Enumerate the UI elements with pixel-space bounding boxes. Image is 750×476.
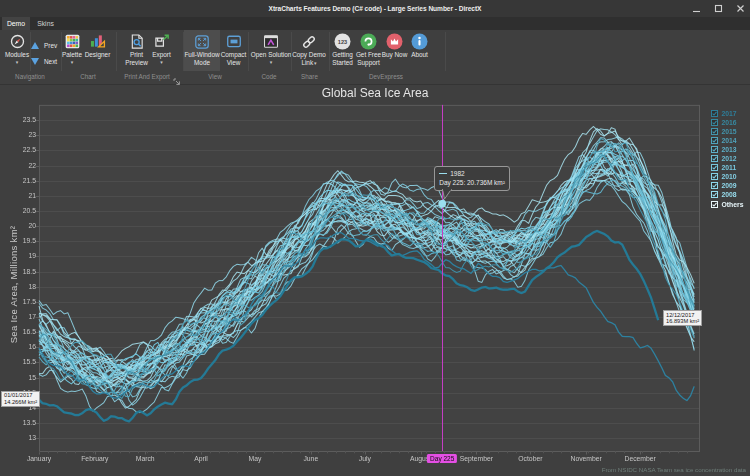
- x-axis-month-label: November: [571, 455, 602, 462]
- tab-demo[interactable]: Demo: [2, 17, 30, 30]
- legend-checkbox[interactable]: [711, 191, 718, 198]
- y-tick-label: 15.5: [5, 358, 36, 365]
- legend-label: 2015: [722, 128, 737, 135]
- palette-icon: [65, 33, 80, 50]
- window-title: XtraCharts Features Demo (C# code) - Lar…: [0, 0, 750, 17]
- maximize-button[interactable]: [706, 0, 730, 16]
- x-axis-month-label: April: [194, 455, 208, 462]
- y-tick-label: 13.5: [5, 419, 36, 426]
- link-icon: [301, 33, 317, 50]
- legend-label: 2014: [722, 137, 737, 144]
- getting-started-button[interactable]: 123Getting Started: [329, 31, 356, 71]
- get-free-support-button[interactable]: Get Free Support: [354, 31, 383, 71]
- ribbon-group-separator: [183, 32, 184, 71]
- legend-item-2017[interactable]: 2017: [711, 109, 737, 118]
- annotation-end-2017: 12/12/2017 16.893M km²: [663, 310, 702, 326]
- export-button[interactable]: Export▾: [148, 31, 175, 71]
- copy-demo-link-button[interactable]: Copy Demo Link▾: [291, 31, 327, 71]
- dropdown-caret-icon: ▾: [71, 60, 74, 64]
- legend-item-2011[interactable]: 2011: [711, 163, 736, 172]
- legend-checkbox[interactable]: [711, 128, 718, 135]
- tab-skins[interactable]: Skins: [32, 17, 59, 30]
- legend-item-2013[interactable]: 2013: [711, 145, 737, 154]
- x-axis-month-label: March: [136, 455, 155, 462]
- legend-checkbox[interactable]: [711, 173, 718, 180]
- legend-checkbox[interactable]: [711, 182, 718, 189]
- prev-button[interactable]: Prev: [31, 39, 59, 51]
- y-tick-label: 18: [5, 283, 36, 290]
- y-tick-label: 17: [5, 313, 36, 320]
- ribbon-group-separator: [329, 32, 330, 71]
- next-icon: [31, 58, 40, 65]
- open-solution-icon: [263, 33, 279, 50]
- legend-item-2015[interactable]: 2015: [711, 127, 737, 136]
- compass-icon: [10, 33, 25, 50]
- legend-checkbox[interactable]: [711, 119, 718, 126]
- legend-item-2014[interactable]: 2014: [711, 136, 737, 145]
- full-window-icon: [194, 33, 210, 50]
- open-solution-button[interactable]: Open Solution▾: [248, 31, 294, 71]
- x-axis-month-label: February: [81, 455, 108, 462]
- legend-label: 2017: [722, 110, 737, 117]
- dropdown-caret-icon: ▾: [16, 60, 19, 64]
- legend-checkbox[interactable]: [711, 137, 718, 144]
- y-tick-label: 15: [5, 374, 36, 381]
- close-button[interactable]: [728, 0, 750, 16]
- legend-label: 2008: [722, 191, 737, 198]
- about-button[interactable]: About: [407, 31, 432, 71]
- legend-checkbox[interactable]: [711, 164, 718, 171]
- chart-title: Global Sea Ice Area: [0, 86, 750, 100]
- print-export-dialog-launcher[interactable]: [173, 72, 182, 81]
- x-axis-month-label: June: [303, 455, 318, 462]
- legend-item-2010[interactable]: 2010: [711, 172, 737, 181]
- ribbon-group-label: Code: [261, 73, 276, 80]
- legend-item-2012[interactable]: 2012: [711, 154, 737, 163]
- y-tick-label: 19: [5, 252, 36, 259]
- x-axis-month-label: September: [460, 455, 493, 462]
- x-axis-month-label: May: [249, 455, 262, 462]
- y-tick-label: 16: [5, 343, 36, 350]
- compact-view-button[interactable]: Compact View: [220, 31, 247, 71]
- legend-item-2008[interactable]: 2008: [711, 190, 737, 199]
- svg-text:123: 123: [338, 39, 347, 45]
- ribbon-group-label: Print And Export: [124, 73, 170, 80]
- full-window-mode-button[interactable]: Full-Window Mode: [184, 30, 220, 71]
- dropdown-caret-icon: ▾: [270, 60, 273, 64]
- about-icon: [411, 33, 428, 50]
- prev-icon: [31, 42, 40, 49]
- y-tick-label: 22.5: [5, 146, 36, 153]
- x-axis-month-label: January: [27, 455, 51, 462]
- y-tick-label: 16.5: [5, 328, 36, 335]
- legend-item-2009[interactable]: 2009: [711, 181, 737, 190]
- minimize-button[interactable]: [684, 0, 708, 16]
- next-button[interactable]: Next: [31, 55, 59, 67]
- title-bar: XtraCharts Features Demo (C# code) - Lar…: [0, 0, 750, 17]
- tooltip-pointer: [442, 189, 453, 200]
- y-tick-label: 20.5: [5, 207, 36, 214]
- print-preview-icon: [130, 33, 144, 50]
- modules-button[interactable]: Modules▾: [3, 31, 31, 71]
- y-tick-label: 21.5: [5, 177, 36, 184]
- palette-button[interactable]: Palette▾: [58, 31, 86, 71]
- x-axis-month-label: October: [518, 455, 542, 462]
- legend-label: 2016: [722, 119, 737, 126]
- legend-item-others[interactable]: Others: [711, 200, 743, 209]
- designer-button[interactable]: Designer: [83, 31, 112, 71]
- legend-checkbox[interactable]: [711, 110, 718, 117]
- sea-ice-chart-canvas[interactable]: [0, 85, 750, 476]
- chart-area: Global Sea Ice Area Sea Ice Area, Millio…: [0, 85, 750, 476]
- legend-checkbox[interactable]: [711, 155, 718, 162]
- legend-label: 2009: [722, 182, 737, 189]
- legend-item-2016[interactable]: 2016: [711, 118, 737, 127]
- tooltip-series-name: 1982: [450, 170, 464, 177]
- legend-checkbox[interactable]: [711, 146, 718, 153]
- buy-now-button[interactable]: Buy Now: [381, 31, 408, 71]
- crosshair-tooltip: 1982 Day 225: 20.736M km²: [434, 166, 510, 191]
- annotation-start-2017: 01/01/2017 14.266M km²: [1, 391, 40, 407]
- buy-now-icon: [386, 33, 403, 50]
- legend-checkbox[interactable]: [711, 201, 718, 208]
- ribbon-group-separator: [445, 32, 446, 71]
- ribbon-group-separator: [248, 32, 249, 71]
- app-window: XtraCharts Features Demo (C# code) - Lar…: [0, 0, 750, 476]
- getting-started-icon: 123: [334, 33, 351, 50]
